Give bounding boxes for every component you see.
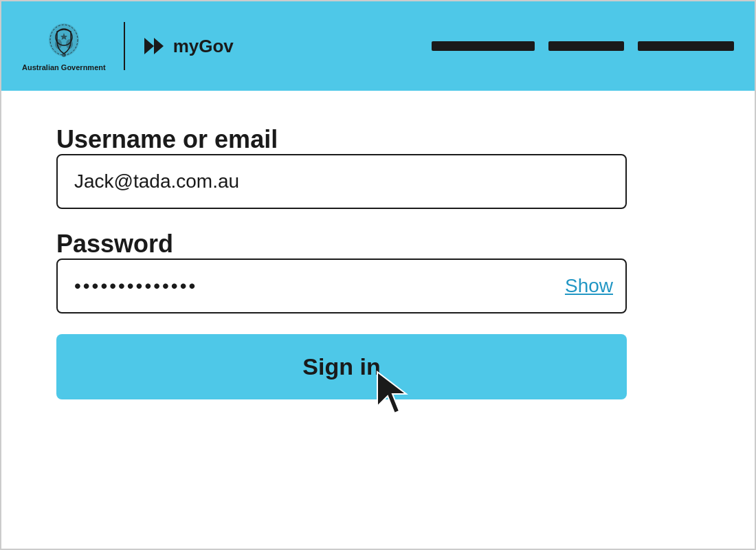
password-label: Password xyxy=(56,230,173,258)
nav-links xyxy=(432,41,734,51)
nav-item-3[interactable] xyxy=(638,41,734,51)
svg-point-6 xyxy=(62,53,66,57)
svg-marker-8 xyxy=(154,38,164,54)
svg-marker-7 xyxy=(144,38,154,54)
svg-point-3 xyxy=(55,39,62,49)
username-label: Username or email xyxy=(56,125,278,153)
svg-point-0 xyxy=(49,23,79,56)
gov-text: Australian Government xyxy=(22,63,106,72)
page-container: Australian Government myGov xyxy=(0,0,756,550)
username-input[interactable] xyxy=(56,154,627,209)
show-password-button[interactable]: Show xyxy=(565,275,613,297)
main-content: Username or email Password Show Sign in xyxy=(1,91,755,549)
mygov-logo: myGov xyxy=(143,34,234,58)
logo-section: Australian Government myGov xyxy=(22,21,234,72)
header-divider xyxy=(124,22,125,70)
login-form: Username or email Password Show Sign in xyxy=(56,125,627,399)
coat-of-arms-icon xyxy=(43,21,85,62)
mygov-arrow-icon xyxy=(143,34,168,58)
gov-logo: Australian Government xyxy=(22,21,106,72)
password-input[interactable] xyxy=(56,258,627,314)
header: Australian Government myGov xyxy=(1,1,755,91)
mygov-label: myGov xyxy=(173,36,234,57)
password-wrapper: Show xyxy=(56,258,627,314)
nav-item-1[interactable] xyxy=(432,41,535,51)
svg-point-4 xyxy=(66,39,73,49)
nav-item-2[interactable] xyxy=(548,41,624,51)
sign-in-button[interactable]: Sign in xyxy=(56,334,627,399)
